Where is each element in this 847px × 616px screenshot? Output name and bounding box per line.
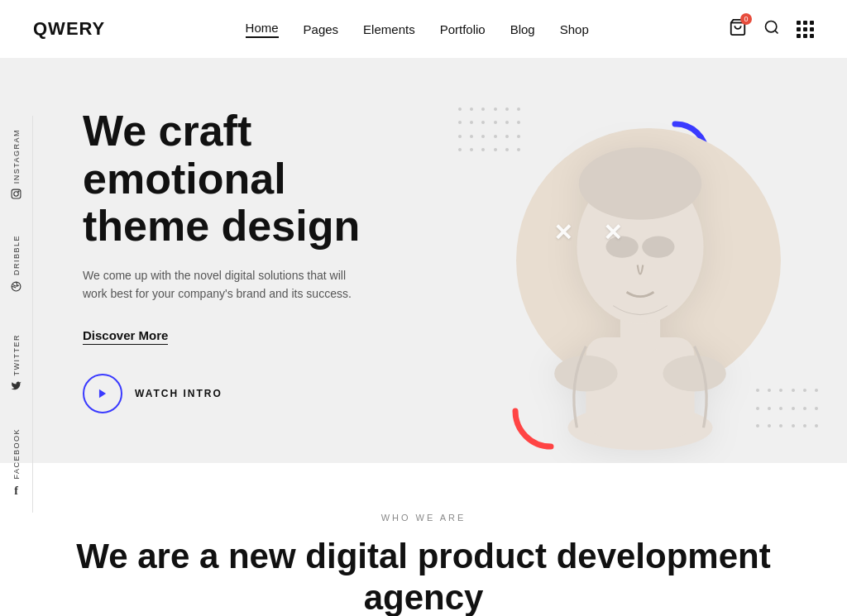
hero-content: We craft emotional theme design We come … (0, 58, 430, 462)
svg-point-5 (18, 191, 19, 192)
watch-intro-label: WATCH INTRO (135, 388, 223, 399)
grid-menu-button[interactable] (797, 21, 814, 38)
who-we-are-section: WHO WE ARE We are a new digital product … (0, 463, 847, 616)
svg-point-4 (14, 192, 18, 196)
x-mark-right: ✕ (603, 219, 622, 246)
svg-point-15 (554, 356, 618, 392)
hero-subtitle: We come up with the novel digital soluti… (83, 266, 364, 303)
who-eyebrow: WHO WE ARE (33, 513, 814, 523)
social-twitter[interactable]: Twitter (0, 314, 33, 413)
facebook-icon: f (14, 485, 18, 498)
hero-title: We craft emotional theme design (83, 107, 380, 250)
header: QWERY Home Pages Elements Portfolio Blog… (0, 0, 847, 58)
nav-home[interactable]: Home (246, 21, 279, 38)
logo[interactable]: QWERY (33, 18, 105, 40)
svg-rect-3 (12, 189, 21, 198)
watch-intro-button[interactable]: WATCH INTRO (83, 374, 380, 413)
play-button[interactable] (83, 374, 122, 413)
discover-more-link[interactable]: Discover More (83, 328, 168, 345)
nav-shop[interactable]: Shop (560, 22, 589, 36)
cart-badge: 0 (740, 13, 752, 25)
nav-elements[interactable]: Elements (363, 22, 415, 36)
svg-point-14 (642, 236, 674, 257)
svg-line-2 (775, 30, 778, 33)
header-actions: 0 (729, 18, 814, 41)
sidebar-social: Instagram Dribble Twitter (0, 116, 33, 513)
hero-section: We craft emotional theme design We come … (0, 58, 847, 463)
svg-point-1 (766, 21, 777, 31)
nav-portfolio[interactable]: Portfolio (440, 22, 486, 36)
svg-marker-7 (99, 389, 106, 398)
social-instagram[interactable]: Instagram (0, 116, 33, 215)
social-dribble[interactable]: Dribble (0, 215, 33, 314)
main-nav: Home Pages Elements Portfolio Blog Shop (246, 21, 589, 38)
who-title: We are a new digital product development… (33, 536, 814, 616)
cart-button[interactable]: 0 (729, 18, 747, 41)
nav-blog[interactable]: Blog (510, 22, 535, 36)
nav-pages[interactable]: Pages (304, 22, 339, 36)
search-button[interactable] (763, 19, 780, 40)
social-facebook[interactable]: Facebook f (0, 413, 33, 513)
svg-point-16 (663, 356, 726, 392)
statue-image: ✕ ✕ (483, 66, 797, 455)
x-mark-left: ✕ (553, 219, 572, 246)
hero-image-area: ✕ ✕ (384, 58, 847, 463)
svg-point-12 (579, 147, 702, 219)
